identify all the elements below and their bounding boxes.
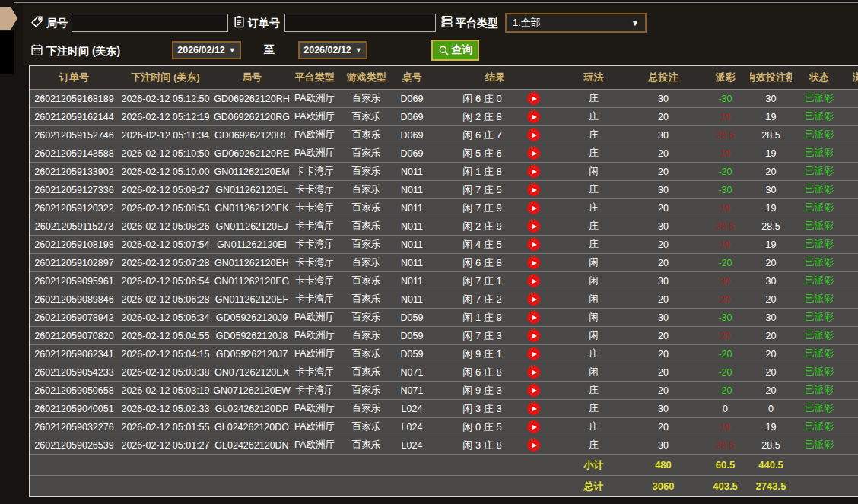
order-no: 260212059070820 xyxy=(30,327,119,344)
date-from-select[interactable]: 2026/02/12 ▼ xyxy=(172,41,241,59)
replay-play-icon[interactable] xyxy=(527,165,540,178)
browse-cell xyxy=(847,144,858,162)
game-type: 百家乐 xyxy=(338,199,395,217)
platform-type-select[interactable]: 1.全部 ▼ xyxy=(505,13,647,33)
order-no: 260212059108198 xyxy=(30,236,119,253)
payout: 19 xyxy=(701,418,750,436)
payout: 30 xyxy=(701,272,750,290)
table-no: N011 xyxy=(395,181,429,198)
column-header-4: 平台类型 xyxy=(291,66,338,89)
platform-type: PA欧洲厅 xyxy=(291,345,338,363)
bet-side: 庄 xyxy=(561,382,626,399)
game-type: 百家乐 xyxy=(338,272,395,290)
status: 已派彩 xyxy=(792,272,847,290)
to-label: 至 xyxy=(264,43,275,55)
valid-bet: 19 xyxy=(750,199,792,217)
order-no-input[interactable] xyxy=(284,14,436,32)
round-no: GN011262120EF xyxy=(212,290,291,308)
round-no-label: 局号 xyxy=(46,17,68,29)
platform-type: PA欧洲厅 xyxy=(291,144,338,162)
replay-play-icon[interactable] xyxy=(527,420,540,433)
result-cell: 闲 6 庄 0 xyxy=(429,90,561,107)
table-row: 2602120590789422026-02-12 05:05:34GD0592… xyxy=(30,309,858,327)
replay-play-icon[interactable] xyxy=(527,366,540,379)
status: 已派彩 xyxy=(792,400,847,417)
chevron-down-icon: ▼ xyxy=(229,46,236,54)
bet-time: 2026-02-12 05:12:50 xyxy=(119,90,212,107)
result-text: 闲 2 庄 9 xyxy=(429,220,535,233)
payout: -20 xyxy=(701,163,750,180)
game-type: 百家乐 xyxy=(338,327,395,344)
platform-type: 卡卡湾厅 xyxy=(291,181,338,198)
grand-total-row: 总计 3060 403.5 2743.5 xyxy=(30,476,858,496)
valid-bet: 20 xyxy=(750,163,792,180)
round-no-input[interactable] xyxy=(72,14,228,32)
replay-play-icon[interactable] xyxy=(527,238,540,251)
replay-play-icon[interactable] xyxy=(527,402,540,415)
bet-side: 庄 xyxy=(561,108,626,125)
grand-total-payout: 403.5 xyxy=(701,476,750,496)
result-text: 闲 3 庄 3 xyxy=(429,402,535,416)
result-text: 闲 7 庄 1 xyxy=(429,274,535,288)
result-text: 闲 6 庄 7 xyxy=(429,128,535,142)
payout: 0 xyxy=(701,400,750,417)
bet-time: 2026-02-12 05:12:19 xyxy=(119,108,212,125)
date-to-select[interactable]: 2026/02/12 ▼ xyxy=(298,41,367,59)
bet-side: 闲 xyxy=(561,327,626,344)
valid-bet: 19 xyxy=(750,144,792,162)
valid-bet: 30 xyxy=(750,90,792,107)
replay-play-icon[interactable] xyxy=(527,293,540,306)
replay-play-icon[interactable] xyxy=(527,92,540,105)
platform-type: PA欧洲厅 xyxy=(291,309,338,326)
total-bet: 30 xyxy=(626,272,701,290)
bet-time: 2026-02-12 05:04:55 xyxy=(119,327,212,344)
tag-icon xyxy=(30,15,43,28)
status: 已派彩 xyxy=(792,108,847,125)
column-header-1: 订单号 xyxy=(30,66,119,89)
order-no: 260212059040051 xyxy=(30,400,119,417)
replay-play-icon[interactable] xyxy=(527,128,540,141)
replay-play-icon[interactable] xyxy=(527,183,540,196)
column-header-13: 浏览 xyxy=(847,66,858,89)
replay-play-icon[interactable] xyxy=(527,220,540,233)
side-panel-collapse-tab[interactable] xyxy=(0,7,17,30)
table-row: 2602120590506582026-02-12 05:03:19GN0712… xyxy=(30,382,858,400)
browse-cell xyxy=(847,254,858,271)
browse-cell xyxy=(847,126,858,144)
query-button[interactable]: 查询 xyxy=(431,40,479,61)
replay-play-icon[interactable] xyxy=(527,311,540,324)
platform-type: 卡卡湾厅 xyxy=(291,217,338,235)
subtotal-total-bet: 480 xyxy=(626,455,701,475)
replay-play-icon[interactable] xyxy=(527,439,540,452)
game-type: 百家乐 xyxy=(338,217,395,235)
result-cell: 闲 0 庄 5 xyxy=(429,418,561,436)
replay-play-icon[interactable] xyxy=(527,147,540,160)
browse-cell xyxy=(847,163,858,180)
column-header-7: 结果 xyxy=(429,66,561,89)
replay-play-icon[interactable] xyxy=(527,329,540,342)
column-header-6: 桌号 xyxy=(395,66,429,89)
total-bet: 30 xyxy=(626,181,701,198)
order-no: 260212059102897 xyxy=(30,254,119,271)
column-header-8: 玩法 xyxy=(561,66,626,89)
table-body: 2602120591681892026-02-12 05:12:50GD0692… xyxy=(30,90,858,455)
order-no: 260212059115273 xyxy=(30,217,119,235)
replay-play-icon[interactable] xyxy=(527,201,540,214)
replay-play-icon[interactable] xyxy=(527,274,540,287)
replay-play-icon[interactable] xyxy=(527,347,540,360)
table-row: 2602120591681892026-02-12 05:12:50GD0692… xyxy=(30,90,858,108)
platform-type: PA欧洲厅 xyxy=(291,400,338,417)
result-cell: 闲 3 庄 8 xyxy=(429,436,561,454)
chevron-down-icon: ▼ xyxy=(631,19,639,27)
game-type: 百家乐 xyxy=(338,181,395,198)
bet-side: 闲 xyxy=(561,163,626,180)
platform-type: PA欧洲厅 xyxy=(291,90,338,107)
bet-time: 2026-02-12 05:05:34 xyxy=(119,309,212,326)
platform-type-label: 平台类型 xyxy=(456,17,498,29)
result-text: 闲 7 庄 2 xyxy=(429,293,535,306)
table-row: 2602120590400512026-02-12 05:02:33GL0242… xyxy=(30,400,858,418)
replay-play-icon[interactable] xyxy=(527,256,540,269)
status: 已派彩 xyxy=(792,290,847,308)
replay-play-icon[interactable] xyxy=(527,384,540,397)
replay-play-icon[interactable] xyxy=(527,110,540,123)
